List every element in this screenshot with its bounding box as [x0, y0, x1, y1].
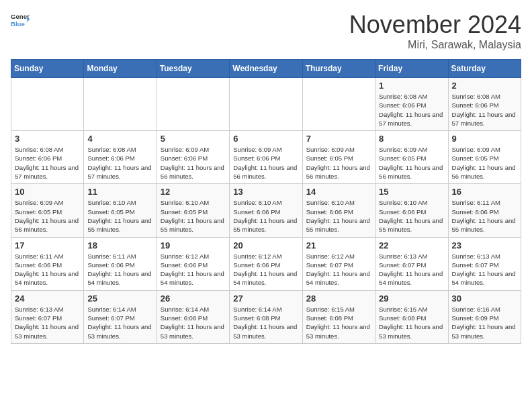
day-number: 4: [87, 134, 152, 144]
calendar-week-row: 17Sunrise: 6:11 AM Sunset: 6:06 PM Dayli…: [11, 237, 521, 290]
day-number: 19: [161, 240, 226, 250]
calendar-cell: 25Sunrise: 6:14 AM Sunset: 6:07 PM Dayli…: [84, 290, 157, 343]
col-header-monday: Monday: [84, 60, 157, 78]
day-info: Sunrise: 6:09 AM Sunset: 6:05 PM Dayligh…: [15, 198, 80, 234]
calendar-cell: 27Sunrise: 6:14 AM Sunset: 6:08 PM Dayli…: [230, 290, 302, 343]
day-info: Sunrise: 6:11 AM Sunset: 6:06 PM Dayligh…: [87, 252, 152, 287]
calendar-cell: 3Sunrise: 6:08 AM Sunset: 6:06 PM Daylig…: [11, 131, 84, 184]
calendar-cell: [230, 78, 302, 131]
calendar-cell: 6Sunrise: 6:09 AM Sunset: 6:06 PM Daylig…: [230, 131, 302, 184]
calendar-week-row: 24Sunrise: 6:13 AM Sunset: 6:07 PM Dayli…: [11, 290, 521, 343]
svg-text:General: General: [11, 13, 30, 20]
calendar-week-row: 3Sunrise: 6:08 AM Sunset: 6:06 PM Daylig…: [11, 131, 521, 184]
day-number: 12: [161, 187, 226, 197]
calendar-cell: 10Sunrise: 6:09 AM Sunset: 6:05 PM Dayli…: [11, 184, 84, 237]
col-header-thursday: Thursday: [302, 60, 375, 78]
day-number: 29: [379, 293, 444, 304]
day-info: Sunrise: 6:12 AM Sunset: 6:07 PM Dayligh…: [306, 252, 371, 287]
day-number: 17: [15, 240, 80, 250]
day-info: Sunrise: 6:16 AM Sunset: 6:09 PM Dayligh…: [452, 305, 517, 340]
day-number: 21: [306, 240, 371, 250]
calendar-cell: [157, 78, 229, 131]
day-number: 16: [452, 187, 517, 197]
day-info: Sunrise: 6:15 AM Sunset: 6:08 PM Dayligh…: [379, 305, 444, 340]
calendar-cell: 23Sunrise: 6:13 AM Sunset: 6:07 PM Dayli…: [448, 237, 521, 290]
day-info: Sunrise: 6:10 AM Sunset: 6:06 PM Dayligh…: [379, 198, 444, 234]
calendar-week-row: 1Sunrise: 6:08 AM Sunset: 6:06 PM Daylig…: [11, 78, 521, 131]
day-number: 10: [15, 187, 80, 197]
calendar-cell: 26Sunrise: 6:14 AM Sunset: 6:08 PM Dayli…: [157, 290, 229, 343]
calendar-cell: 22Sunrise: 6:13 AM Sunset: 6:07 PM Dayli…: [375, 237, 448, 290]
day-info: Sunrise: 6:11 AM Sunset: 6:06 PM Dayligh…: [15, 252, 80, 287]
month-title: November 2024: [349, 11, 521, 39]
day-info: Sunrise: 6:08 AM Sunset: 6:06 PM Dayligh…: [87, 145, 152, 181]
page-header: General Blue November 2024 Miri, Sarawak…: [11, 11, 521, 51]
day-number: 14: [306, 187, 371, 197]
calendar-cell: 29Sunrise: 6:15 AM Sunset: 6:08 PM Dayli…: [375, 290, 448, 343]
col-header-tuesday: Tuesday: [157, 60, 229, 78]
day-info: Sunrise: 6:13 AM Sunset: 6:07 PM Dayligh…: [379, 252, 444, 287]
generalblue-logo-icon: General Blue: [11, 11, 30, 30]
calendar-cell: 18Sunrise: 6:11 AM Sunset: 6:06 PM Dayli…: [84, 237, 157, 290]
calendar-cell: 14Sunrise: 6:10 AM Sunset: 6:06 PM Dayli…: [302, 184, 375, 237]
day-number: 28: [306, 293, 371, 304]
calendar-cell: 7Sunrise: 6:09 AM Sunset: 6:05 PM Daylig…: [302, 131, 375, 184]
calendar-cell: [84, 78, 157, 131]
day-info: Sunrise: 6:08 AM Sunset: 6:06 PM Dayligh…: [379, 92, 444, 128]
day-info: Sunrise: 6:08 AM Sunset: 6:06 PM Dayligh…: [15, 145, 80, 181]
calendar-cell: 15Sunrise: 6:10 AM Sunset: 6:06 PM Dayli…: [375, 184, 448, 237]
calendar-cell: 5Sunrise: 6:09 AM Sunset: 6:06 PM Daylig…: [157, 131, 229, 184]
col-header-saturday: Saturday: [448, 60, 521, 78]
day-number: 20: [233, 240, 298, 250]
calendar-cell: 11Sunrise: 6:10 AM Sunset: 6:05 PM Dayli…: [84, 184, 157, 237]
calendar-cell: 16Sunrise: 6:11 AM Sunset: 6:06 PM Dayli…: [448, 184, 521, 237]
calendar-cell: 19Sunrise: 6:12 AM Sunset: 6:06 PM Dayli…: [157, 237, 229, 290]
calendar-week-row: 10Sunrise: 6:09 AM Sunset: 6:05 PM Dayli…: [11, 184, 521, 237]
location-subtitle: Miri, Sarawak, Malaysia: [349, 39, 521, 51]
day-number: 3: [15, 134, 80, 144]
calendar-cell: 28Sunrise: 6:15 AM Sunset: 6:08 PM Dayli…: [302, 290, 375, 343]
day-info: Sunrise: 6:13 AM Sunset: 6:07 PM Dayligh…: [452, 252, 517, 287]
day-info: Sunrise: 6:10 AM Sunset: 6:05 PM Dayligh…: [87, 198, 152, 234]
day-info: Sunrise: 6:09 AM Sunset: 6:06 PM Dayligh…: [233, 145, 298, 181]
day-info: Sunrise: 6:10 AM Sunset: 6:06 PM Dayligh…: [233, 198, 298, 234]
day-number: 5: [161, 134, 226, 144]
day-number: 6: [233, 134, 298, 144]
day-number: 7: [306, 134, 371, 144]
day-info: Sunrise: 6:09 AM Sunset: 6:05 PM Dayligh…: [306, 145, 371, 181]
day-number: 30: [452, 293, 517, 304]
calendar-cell: 4Sunrise: 6:08 AM Sunset: 6:06 PM Daylig…: [84, 131, 157, 184]
day-number: 27: [233, 293, 298, 304]
calendar-table: SundayMondayTuesdayWednesdayThursdayFrid…: [11, 59, 521, 344]
day-number: 26: [161, 293, 226, 304]
day-number: 9: [452, 134, 517, 144]
day-info: Sunrise: 6:09 AM Sunset: 6:06 PM Dayligh…: [161, 145, 226, 181]
col-header-friday: Friday: [375, 60, 448, 78]
day-number: 22: [379, 240, 444, 250]
day-info: Sunrise: 6:08 AM Sunset: 6:06 PM Dayligh…: [452, 92, 517, 128]
calendar-cell: 17Sunrise: 6:11 AM Sunset: 6:06 PM Dayli…: [11, 237, 84, 290]
day-info: Sunrise: 6:11 AM Sunset: 6:06 PM Dayligh…: [452, 198, 517, 234]
calendar-cell: 20Sunrise: 6:12 AM Sunset: 6:06 PM Dayli…: [230, 237, 302, 290]
day-number: 18: [87, 240, 152, 250]
day-number: 15: [379, 187, 444, 197]
calendar-cell: 24Sunrise: 6:13 AM Sunset: 6:07 PM Dayli…: [11, 290, 84, 343]
calendar-cell: 21Sunrise: 6:12 AM Sunset: 6:07 PM Dayli…: [302, 237, 375, 290]
day-info: Sunrise: 6:10 AM Sunset: 6:05 PM Dayligh…: [161, 198, 226, 234]
day-number: 11: [87, 187, 152, 197]
day-number: 1: [379, 81, 444, 91]
day-info: Sunrise: 6:09 AM Sunset: 6:05 PM Dayligh…: [452, 145, 517, 181]
col-header-sunday: Sunday: [11, 60, 84, 78]
day-info: Sunrise: 6:13 AM Sunset: 6:07 PM Dayligh…: [15, 305, 80, 340]
day-number: 2: [452, 81, 517, 91]
col-header-wednesday: Wednesday: [230, 60, 302, 78]
calendar-cell: [302, 78, 375, 131]
day-number: 25: [87, 293, 152, 304]
calendar-header-row: SundayMondayTuesdayWednesdayThursdayFrid…: [11, 60, 521, 78]
day-number: 8: [379, 134, 444, 144]
title-block: November 2024 Miri, Sarawak, Malaysia: [349, 11, 521, 51]
day-info: Sunrise: 6:12 AM Sunset: 6:06 PM Dayligh…: [233, 252, 298, 287]
day-info: Sunrise: 6:14 AM Sunset: 6:07 PM Dayligh…: [87, 305, 152, 340]
day-info: Sunrise: 6:09 AM Sunset: 6:05 PM Dayligh…: [379, 145, 444, 181]
day-info: Sunrise: 6:14 AM Sunset: 6:08 PM Dayligh…: [161, 305, 226, 340]
